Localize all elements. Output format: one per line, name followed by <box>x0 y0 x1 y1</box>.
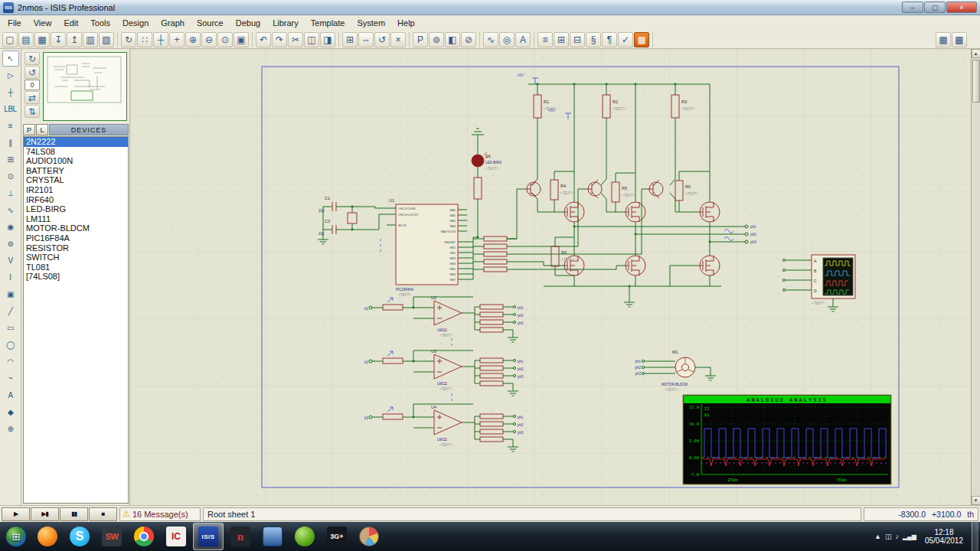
packaging-tool-icon[interactable]: ◧ <box>445 32 460 47</box>
menu-item[interactable]: Template <box>305 17 351 29</box>
netlist-to-ares-icon[interactable]: ▦ <box>634 32 649 47</box>
taskbar-item-ic[interactable]: IC <box>161 523 191 550</box>
rotation-angle-field[interactable]: 0 <box>24 80 40 90</box>
tile-windows-icon[interactable]: ▦ <box>936 32 951 47</box>
virtual-instruments-mode-icon[interactable]: ▣ <box>2 286 19 302</box>
2d-text-mode-icon[interactable]: A <box>2 387 19 403</box>
device-list-item[interactable]: RESISTOR <box>24 243 128 253</box>
taskbar-item-green-app[interactable] <box>289 523 320 550</box>
mirror-vertical-icon[interactable]: ⇅ <box>24 105 40 118</box>
selection-mode-icon[interactable]: ↖ <box>2 51 19 67</box>
menu-item[interactable]: Design <box>116 17 155 29</box>
2d-symbol-mode-icon[interactable]: ◆ <box>2 404 19 420</box>
taskbar-item-isis[interactable]: ISIS <box>193 523 224 550</box>
pick-parts-icon[interactable]: P <box>413 32 428 47</box>
copy-icon[interactable]: ◫ <box>304 32 319 47</box>
device-list-item[interactable]: IRF640 <box>24 195 128 205</box>
menu-item[interactable]: Tools <box>84 17 116 29</box>
mark-output-area-icon[interactable]: ▧ <box>99 32 114 47</box>
play-button[interactable]: ▶ <box>2 507 30 521</box>
buses-mode-icon[interactable]: ∥ <box>2 135 19 151</box>
block-copy-icon[interactable]: ⊞ <box>342 32 358 47</box>
rotate-anticlockwise-icon[interactable]: ↺ <box>24 66 40 79</box>
false-origin-icon[interactable]: ┼ <box>153 32 168 47</box>
tray-expand-icon[interactable]: ▲ <box>874 533 881 540</box>
2d-path-mode-icon[interactable]: ~ <box>2 370 19 386</box>
pick-device-button[interactable]: P <box>23 124 35 135</box>
cut-icon[interactable]: ✂ <box>288 32 303 47</box>
zoom-area-icon[interactable]: ▣ <box>234 32 249 47</box>
device-list-item[interactable]: [74LS08] <box>24 272 128 282</box>
print-icon[interactable]: ▥ <box>83 32 98 47</box>
taskbar-item-firefox[interactable] <box>32 523 63 550</box>
taskbar-item-nero[interactable]: n <box>225 523 256 550</box>
pause-button[interactable]: ▮▮ <box>60 507 88 521</box>
menu-item[interactable]: Edit <box>57 17 84 29</box>
block-move-icon[interactable]: ⇔ <box>358 32 374 47</box>
import-section-icon[interactable]: ↧ <box>51 32 66 47</box>
device-list-item[interactable]: CRYSTAL <box>24 175 128 185</box>
redraw-icon[interactable]: ↻ <box>121 32 136 47</box>
undo-icon[interactable]: ↶ <box>256 32 271 47</box>
taskbar-item-modem[interactable]: 3G+ <box>322 523 352 550</box>
menu-item[interactable]: Help <box>391 17 421 29</box>
paste-icon[interactable]: ◨ <box>320 32 335 47</box>
search-tag-icon[interactable]: ◎ <box>499 32 514 47</box>
device-list-item[interactable]: 74LS08 <box>24 147 128 157</box>
device-list-item[interactable]: PIC16F84A <box>24 233 128 243</box>
minimize-button[interactable]: – <box>902 2 923 13</box>
center-at-cursor-icon[interactable]: + <box>169 32 185 47</box>
block-rotate-icon[interactable]: ↺ <box>374 32 390 47</box>
junction-dot-mode-icon[interactable]: ┼ <box>2 84 19 100</box>
maximize-button[interactable]: ▢ <box>924 2 946 13</box>
terminals-mode-icon[interactable]: ⊙ <box>2 168 19 184</box>
volume-icon[interactable]: ♪ <box>895 533 899 540</box>
taskbar-item-paint[interactable] <box>354 523 384 550</box>
goto-sheet-icon[interactable]: § <box>586 32 601 47</box>
component-mode-icon[interactable]: ▷ <box>2 67 19 83</box>
taskbar-item-solidworks[interactable]: SW <box>96 523 127 550</box>
network-icon[interactable]: ▂▄▆ <box>903 533 916 540</box>
device-list-item[interactable]: LED-BIRG <box>24 204 128 214</box>
close-button[interactable]: × <box>946 2 977 13</box>
2d-line-mode-icon[interactable]: ╱ <box>2 303 19 319</box>
device-list-item[interactable]: IR2101 <box>24 185 128 195</box>
make-device-icon[interactable]: ⊚ <box>429 32 444 47</box>
taskbar-clock[interactable]: 12:18 05/04/2012 <box>920 528 968 545</box>
cascade-windows-icon[interactable]: ▩ <box>952 32 967 47</box>
block-delete-icon[interactable]: × <box>390 32 406 47</box>
message-counter[interactable]: ⚠ 16 Message(s) <box>119 507 201 521</box>
text-script-mode-icon[interactable]: ≡ <box>2 118 19 134</box>
device-list-item[interactable]: BATTERY <box>24 166 128 176</box>
menu-item[interactable]: File <box>2 17 28 29</box>
zoom-out-icon[interactable]: ⊖ <box>201 32 217 47</box>
2d-circle-mode-icon[interactable]: ◯ <box>2 337 19 353</box>
analysis-graph[interactable]: ANALOGUE ANALYSIS 15.0 10.0 5.00 0.00 -5… <box>683 395 891 484</box>
graph-mode-icon[interactable]: ∿ <box>2 202 19 218</box>
device-list-item[interactable]: 2N2222 <box>24 137 128 147</box>
taskbar-item-chrome[interactable] <box>129 523 159 550</box>
wire-autorouter-icon[interactable]: ∿ <box>483 32 498 47</box>
voltage-probe-mode-icon[interactable]: V <box>2 253 19 269</box>
scroll-thumb[interactable] <box>972 60 980 103</box>
subcircuit-mode-icon[interactable]: ⊞ <box>2 152 19 168</box>
generator-mode-icon[interactable]: ⊚ <box>2 236 19 252</box>
menu-item[interactable]: Source <box>191 17 230 29</box>
menu-item[interactable]: Debug <box>230 17 266 29</box>
rotate-clockwise-icon[interactable]: ↻ <box>24 52 40 65</box>
scroll-up-icon[interactable]: ▲ <box>972 49 980 58</box>
device-list-item[interactable]: MOTOR-BLDCM <box>24 223 128 233</box>
device-list-item[interactable]: TL081 <box>24 262 128 272</box>
step-button[interactable]: ▶▮ <box>31 507 59 521</box>
toggle-grid-icon[interactable]: ∷ <box>137 32 152 47</box>
property-assignment-icon[interactable]: A <box>515 32 531 47</box>
library-manager-button[interactable]: L <box>36 124 48 135</box>
marker-mode-icon[interactable]: ⊕ <box>2 421 19 437</box>
show-desktop-button[interactable] <box>972 522 978 551</box>
device-list-item[interactable]: AUDIO100N <box>24 156 128 166</box>
zoom-all-icon[interactable]: ⊙ <box>217 32 233 47</box>
menu-item[interactable]: Library <box>266 17 305 29</box>
vertical-scrollbar[interactable]: ▲ ▼ <box>971 49 980 505</box>
bill-of-materials-icon[interactable]: ¶ <box>602 32 617 47</box>
tray-app-icon[interactable]: ◫ <box>885 533 892 540</box>
